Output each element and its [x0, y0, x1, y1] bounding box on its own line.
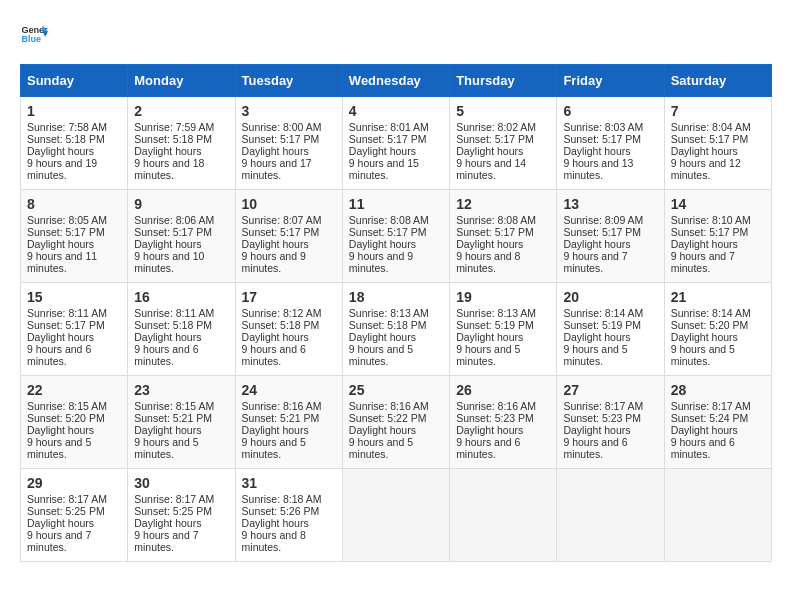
sunrise-text: Sunrise: 8:11 AM — [134, 307, 214, 319]
sunset-text: Sunset: 5:20 PM — [671, 319, 749, 331]
sunrise-text: Sunrise: 8:16 AM — [242, 400, 322, 412]
sunrise-text: Sunrise: 8:08 AM — [349, 214, 429, 226]
calendar-cell: 3 Sunrise: 8:00 AM Sunset: 5:17 PM Dayli… — [235, 97, 342, 190]
sunset-text: Sunset: 5:17 PM — [349, 133, 427, 145]
sunrise-text: Sunrise: 8:16 AM — [456, 400, 536, 412]
calendar-cell: 7 Sunrise: 8:04 AM Sunset: 5:17 PM Dayli… — [664, 97, 771, 190]
calendar-cell — [664, 469, 771, 562]
logo: General Blue — [20, 20, 48, 48]
sunrise-text: Sunrise: 8:08 AM — [456, 214, 536, 226]
calendar-cell: 14 Sunrise: 8:10 AM Sunset: 5:17 PM Dayl… — [664, 190, 771, 283]
calendar-cell: 9 Sunrise: 8:06 AM Sunset: 5:17 PM Dayli… — [128, 190, 235, 283]
daylight-value: 9 hours and 8 minutes. — [456, 250, 520, 274]
daylight-value: 9 hours and 19 minutes. — [27, 157, 97, 181]
sunset-text: Sunset: 5:20 PM — [27, 412, 105, 424]
daylight-label: Daylight hours — [134, 331, 201, 343]
day-number: 14 — [671, 196, 765, 212]
day-number: 6 — [563, 103, 657, 119]
daylight-value: 9 hours and 7 minutes. — [563, 250, 627, 274]
daylight-label: Daylight hours — [242, 424, 309, 436]
calendar-cell: 2 Sunrise: 7:59 AM Sunset: 5:18 PM Dayli… — [128, 97, 235, 190]
calendar-cell: 16 Sunrise: 8:11 AM Sunset: 5:18 PM Dayl… — [128, 283, 235, 376]
calendar-cell — [450, 469, 557, 562]
sunset-text: Sunset: 5:24 PM — [671, 412, 749, 424]
daylight-label: Daylight hours — [456, 424, 523, 436]
day-number: 9 — [134, 196, 228, 212]
sunrise-text: Sunrise: 8:04 AM — [671, 121, 751, 133]
calendar-cell: 31 Sunrise: 8:18 AM Sunset: 5:26 PM Dayl… — [235, 469, 342, 562]
sunset-text: Sunset: 5:25 PM — [27, 505, 105, 517]
column-header-saturday: Saturday — [664, 65, 771, 97]
sunset-text: Sunset: 5:21 PM — [134, 412, 212, 424]
calendar-cell: 4 Sunrise: 8:01 AM Sunset: 5:17 PM Dayli… — [342, 97, 449, 190]
calendar-cell: 18 Sunrise: 8:13 AM Sunset: 5:18 PM Dayl… — [342, 283, 449, 376]
daylight-value: 9 hours and 7 minutes. — [27, 529, 91, 553]
svg-text:Blue: Blue — [21, 34, 41, 44]
daylight-value: 9 hours and 9 minutes. — [242, 250, 306, 274]
sunset-text: Sunset: 5:17 PM — [242, 226, 320, 238]
daylight-label: Daylight hours — [27, 424, 94, 436]
daylight-label: Daylight hours — [563, 145, 630, 157]
sunset-text: Sunset: 5:17 PM — [242, 133, 320, 145]
daylight-value: 9 hours and 6 minutes. — [134, 343, 198, 367]
sunset-text: Sunset: 5:26 PM — [242, 505, 320, 517]
day-number: 18 — [349, 289, 443, 305]
sunset-text: Sunset: 5:17 PM — [563, 133, 641, 145]
daylight-label: Daylight hours — [671, 145, 738, 157]
day-number: 4 — [349, 103, 443, 119]
sunrise-text: Sunrise: 8:14 AM — [563, 307, 643, 319]
sunset-text: Sunset: 5:18 PM — [134, 133, 212, 145]
calendar-cell: 6 Sunrise: 8:03 AM Sunset: 5:17 PM Dayli… — [557, 97, 664, 190]
daylight-value: 9 hours and 5 minutes. — [671, 343, 735, 367]
sunrise-text: Sunrise: 8:01 AM — [349, 121, 429, 133]
daylight-label: Daylight hours — [671, 424, 738, 436]
calendar-cell: 15 Sunrise: 8:11 AM Sunset: 5:17 PM Dayl… — [21, 283, 128, 376]
day-number: 24 — [242, 382, 336, 398]
sunrise-text: Sunrise: 8:12 AM — [242, 307, 322, 319]
daylight-value: 9 hours and 5 minutes. — [349, 436, 413, 460]
day-number: 12 — [456, 196, 550, 212]
daylight-value: 9 hours and 5 minutes. — [242, 436, 306, 460]
sunrise-text: Sunrise: 8:14 AM — [671, 307, 751, 319]
calendar-body: 1 Sunrise: 7:58 AM Sunset: 5:18 PM Dayli… — [21, 97, 772, 562]
daylight-label: Daylight hours — [349, 331, 416, 343]
day-number: 21 — [671, 289, 765, 305]
day-number: 31 — [242, 475, 336, 491]
daylight-value: 9 hours and 15 minutes. — [349, 157, 419, 181]
sunrise-text: Sunrise: 8:17 AM — [563, 400, 643, 412]
day-number: 19 — [456, 289, 550, 305]
sunrise-text: Sunrise: 8:17 AM — [671, 400, 751, 412]
daylight-value: 9 hours and 7 minutes. — [134, 529, 198, 553]
calendar-cell — [557, 469, 664, 562]
calendar-cell: 24 Sunrise: 8:16 AM Sunset: 5:21 PM Dayl… — [235, 376, 342, 469]
daylight-label: Daylight hours — [134, 145, 201, 157]
column-header-wednesday: Wednesday — [342, 65, 449, 97]
sunset-text: Sunset: 5:17 PM — [671, 133, 749, 145]
day-number: 16 — [134, 289, 228, 305]
daylight-value: 9 hours and 6 minutes. — [671, 436, 735, 460]
day-number: 22 — [27, 382, 121, 398]
sunrise-text: Sunrise: 8:17 AM — [134, 493, 214, 505]
day-number: 30 — [134, 475, 228, 491]
daylight-label: Daylight hours — [349, 238, 416, 250]
sunset-text: Sunset: 5:17 PM — [456, 226, 534, 238]
calendar-cell: 27 Sunrise: 8:17 AM Sunset: 5:23 PM Dayl… — [557, 376, 664, 469]
sunrise-text: Sunrise: 8:09 AM — [563, 214, 643, 226]
sunset-text: Sunset: 5:23 PM — [563, 412, 641, 424]
daylight-label: Daylight hours — [563, 238, 630, 250]
sunrise-text: Sunrise: 8:05 AM — [27, 214, 107, 226]
sunset-text: Sunset: 5:19 PM — [563, 319, 641, 331]
sunset-text: Sunset: 5:17 PM — [563, 226, 641, 238]
day-number: 8 — [27, 196, 121, 212]
calendar-week-2: 8 Sunrise: 8:05 AM Sunset: 5:17 PM Dayli… — [21, 190, 772, 283]
daylight-value: 9 hours and 6 minutes. — [27, 343, 91, 367]
calendar-cell: 23 Sunrise: 8:15 AM Sunset: 5:21 PM Dayl… — [128, 376, 235, 469]
sunrise-text: Sunrise: 8:06 AM — [134, 214, 214, 226]
daylight-label: Daylight hours — [242, 145, 309, 157]
calendar-week-5: 29 Sunrise: 8:17 AM Sunset: 5:25 PM Dayl… — [21, 469, 772, 562]
daylight-value: 9 hours and 5 minutes. — [27, 436, 91, 460]
day-number: 3 — [242, 103, 336, 119]
column-header-tuesday: Tuesday — [235, 65, 342, 97]
calendar-week-1: 1 Sunrise: 7:58 AM Sunset: 5:18 PM Dayli… — [21, 97, 772, 190]
daylight-label: Daylight hours — [27, 517, 94, 529]
